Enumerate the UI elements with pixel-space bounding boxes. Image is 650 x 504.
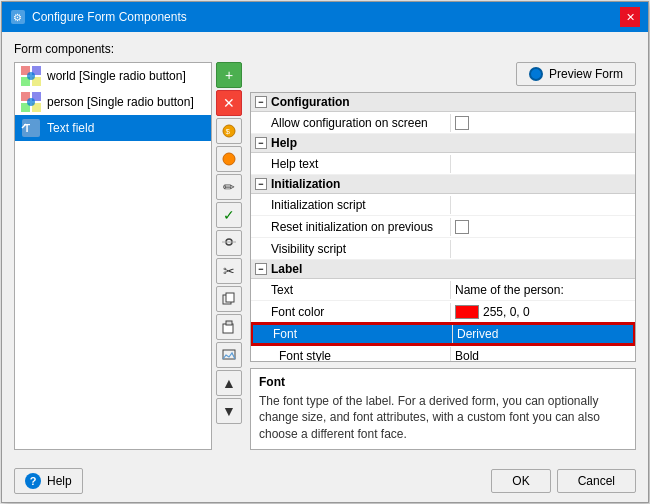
- dialog-body: Form components: world [Sin: [2, 32, 648, 460]
- prop-allow-config-value[interactable]: [451, 114, 635, 132]
- prop-font-style-name: Font style: [251, 347, 451, 362]
- configure-form-dialog: ⚙ Configure Form Components ✕ Form compo…: [1, 1, 649, 503]
- prop-help-text[interactable]: Help text: [251, 153, 635, 175]
- section-initialization-label: Initialization: [271, 177, 340, 191]
- description-title: Font: [259, 375, 627, 389]
- section-help-label: Help: [271, 136, 297, 150]
- svg-rect-21: [226, 293, 234, 302]
- prop-font-style[interactable]: Font style Bold: [251, 345, 635, 362]
- toggle-initialization[interactable]: −: [255, 178, 267, 190]
- dialog-icon: ⚙: [10, 9, 26, 25]
- textfield-label: Text field: [47, 121, 94, 135]
- edit-button[interactable]: ✏: [216, 174, 242, 200]
- svg-point-11: [27, 98, 35, 106]
- left-panel: world [Single radio button] person [Sing…: [14, 62, 244, 450]
- description-box: Font The font type of the label. For a d…: [250, 368, 636, 450]
- prop-font-color[interactable]: Font color 255, 0, 0: [251, 301, 635, 323]
- component-item-world[interactable]: world [Single radio button]: [15, 63, 211, 89]
- paste-button[interactable]: [216, 314, 242, 340]
- toggle-help[interactable]: −: [255, 137, 267, 149]
- section-label: − Label: [251, 260, 635, 279]
- toolbar: + ✕ $ ✏ ✓ ✂: [216, 62, 244, 450]
- cut-button[interactable]: ✂: [216, 258, 242, 284]
- help-label: Help: [47, 474, 72, 488]
- help-icon: ?: [25, 473, 41, 489]
- section-label-label: Label: [271, 262, 302, 276]
- dialog-footer: ? Help OK Cancel: [2, 460, 648, 502]
- prop-font-color-value: 255, 0, 0: [451, 303, 635, 321]
- allow-config-checkbox[interactable]: [455, 116, 469, 130]
- component-item-textfield[interactable]: T Text field: [15, 115, 211, 141]
- footer-buttons: OK Cancel: [491, 469, 636, 493]
- view-button[interactable]: [216, 230, 242, 256]
- add-button[interactable]: +: [216, 62, 242, 88]
- color-button[interactable]: [216, 146, 242, 172]
- prop-visibility-script-value: [451, 247, 635, 251]
- prop-text-name: Text: [251, 281, 451, 299]
- preview-form-button[interactable]: Preview Form: [516, 62, 636, 86]
- prop-help-text-name: Help text: [251, 155, 451, 173]
- title-bar: ⚙ Configure Form Components ✕: [2, 2, 648, 32]
- preview-icon: [529, 67, 543, 81]
- image-button[interactable]: [216, 342, 242, 368]
- prop-font-style-value: Bold: [451, 347, 635, 362]
- prop-text[interactable]: Text Name of the person:: [251, 279, 635, 301]
- prop-text-value: Name of the person:: [451, 281, 635, 299]
- description-text: The font type of the label. For a derive…: [259, 393, 627, 443]
- preview-label: Preview Form: [549, 67, 623, 81]
- prop-init-script[interactable]: Initialization script: [251, 194, 635, 216]
- prop-allow-config-name: Allow configuration on screen: [251, 114, 451, 132]
- move-down-button[interactable]: ▼: [216, 398, 242, 424]
- font-color-text: 255, 0, 0: [483, 305, 530, 319]
- component-list[interactable]: world [Single radio button] person [Sing…: [14, 62, 212, 450]
- world-label: world [Single radio button]: [47, 69, 186, 83]
- prop-font-value: Derived: [453, 325, 633, 343]
- check-button[interactable]: ✓: [216, 202, 242, 228]
- prop-init-script-name: Initialization script: [251, 196, 451, 214]
- help-button[interactable]: ? Help: [14, 468, 83, 494]
- font-color-swatch[interactable]: [455, 305, 479, 319]
- prop-init-script-value: [451, 203, 635, 207]
- prop-font-name: Font: [253, 325, 453, 343]
- prop-reset-init-value[interactable]: [451, 218, 635, 236]
- prop-font-color-name: Font color: [251, 303, 451, 321]
- svg-text:$: $: [226, 127, 231, 136]
- script-button[interactable]: $: [216, 118, 242, 144]
- component-item-person[interactable]: person [Single radio button]: [15, 89, 211, 115]
- main-content: world [Single radio button] person [Sing…: [14, 62, 636, 450]
- svg-rect-23: [226, 321, 232, 325]
- person-label: person [Single radio button]: [47, 95, 194, 109]
- toggle-label[interactable]: −: [255, 263, 267, 275]
- right-panel: Preview Form − Configuration Allow confi…: [250, 62, 636, 450]
- svg-point-17: [223, 153, 235, 165]
- cancel-button[interactable]: Cancel: [557, 469, 636, 493]
- prop-font[interactable]: Font Derived: [251, 323, 635, 345]
- section-initialization: − Initialization: [251, 175, 635, 194]
- remove-button[interactable]: ✕: [216, 90, 242, 116]
- form-components-label: Form components:: [14, 42, 636, 56]
- svg-point-6: [27, 72, 35, 80]
- prop-reset-init-name: Reset initialization on previous: [251, 218, 451, 236]
- section-help: − Help: [251, 134, 635, 153]
- prop-visibility-script[interactable]: Visibility script: [251, 238, 635, 260]
- section-configuration: − Configuration: [251, 93, 635, 112]
- reset-init-checkbox[interactable]: [455, 220, 469, 234]
- close-button[interactable]: ✕: [620, 7, 640, 27]
- ok-button[interactable]: OK: [491, 469, 550, 493]
- prop-reset-init[interactable]: Reset initialization on previous: [251, 216, 635, 238]
- prop-allow-config[interactable]: Allow configuration on screen: [251, 112, 635, 134]
- prop-help-text-value: [451, 162, 635, 166]
- move-up-button[interactable]: ▲: [216, 370, 242, 396]
- svg-text:⚙: ⚙: [13, 12, 22, 23]
- copy-button[interactable]: [216, 286, 242, 312]
- toggle-configuration[interactable]: −: [255, 96, 267, 108]
- preview-btn-row: Preview Form: [250, 62, 636, 86]
- prop-visibility-script-name: Visibility script: [251, 240, 451, 258]
- properties-panel[interactable]: − Configuration Allow configuration on s…: [250, 92, 636, 362]
- dialog-title: Configure Form Components: [32, 10, 620, 24]
- section-configuration-label: Configuration: [271, 95, 350, 109]
